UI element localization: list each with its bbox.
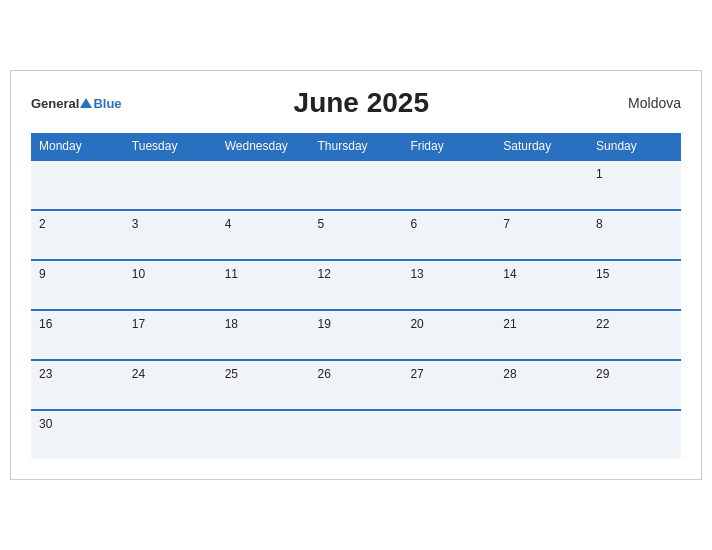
calendar-cell xyxy=(217,410,310,459)
calendar-cell: 11 xyxy=(217,260,310,310)
weekday-sunday: Sunday xyxy=(588,133,681,160)
day-number: 4 xyxy=(225,217,232,231)
calendar-week-row: 1 xyxy=(31,160,681,210)
day-number: 12 xyxy=(318,267,331,281)
calendar-cell xyxy=(310,160,403,210)
calendar-cell xyxy=(124,410,217,459)
calendar-cell: 14 xyxy=(495,260,588,310)
calendar-cell: 22 xyxy=(588,310,681,360)
weekday-header-row: MondayTuesdayWednesdayThursdayFridaySatu… xyxy=(31,133,681,160)
day-number: 17 xyxy=(132,317,145,331)
calendar-cell: 21 xyxy=(495,310,588,360)
day-number: 13 xyxy=(410,267,423,281)
calendar-cell: 24 xyxy=(124,360,217,410)
calendar-week-row: 2345678 xyxy=(31,210,681,260)
calendar-cell xyxy=(124,160,217,210)
logo-general-text: General xyxy=(31,96,79,111)
calendar-cell: 10 xyxy=(124,260,217,310)
day-number: 26 xyxy=(318,367,331,381)
calendar-cell: 17 xyxy=(124,310,217,360)
calendar-week-row: 23242526272829 xyxy=(31,360,681,410)
calendar-cell: 30 xyxy=(31,410,124,459)
calendar-cell: 25 xyxy=(217,360,310,410)
day-number: 11 xyxy=(225,267,238,281)
calendar-week-row: 16171819202122 xyxy=(31,310,681,360)
day-number: 2 xyxy=(39,217,46,231)
calendar-grid: MondayTuesdayWednesdayThursdayFridaySatu… xyxy=(31,133,681,459)
day-number: 15 xyxy=(596,267,609,281)
day-number: 1 xyxy=(596,167,603,181)
calendar-cell: 15 xyxy=(588,260,681,310)
calendar-cell: 18 xyxy=(217,310,310,360)
logo: General Blue xyxy=(31,96,122,111)
calendar-cell: 6 xyxy=(402,210,495,260)
day-number: 3 xyxy=(132,217,139,231)
weekday-monday: Monday xyxy=(31,133,124,160)
day-number: 24 xyxy=(132,367,145,381)
calendar-cell: 20 xyxy=(402,310,495,360)
calendar-title: June 2025 xyxy=(122,87,601,119)
day-number: 21 xyxy=(503,317,516,331)
weekday-saturday: Saturday xyxy=(495,133,588,160)
day-number: 18 xyxy=(225,317,238,331)
weekday-wednesday: Wednesday xyxy=(217,133,310,160)
day-number: 19 xyxy=(318,317,331,331)
day-number: 8 xyxy=(596,217,603,231)
calendar-week-row: 9101112131415 xyxy=(31,260,681,310)
calendar-week-row: 30 xyxy=(31,410,681,459)
calendar-container: General Blue June 2025 Moldova MondayTue… xyxy=(10,70,702,480)
calendar-cell xyxy=(588,410,681,459)
calendar-cell: 2 xyxy=(31,210,124,260)
calendar-cell xyxy=(310,410,403,459)
calendar-cell: 7 xyxy=(495,210,588,260)
calendar-cell: 1 xyxy=(588,160,681,210)
calendar-cell xyxy=(402,160,495,210)
calendar-cell: 28 xyxy=(495,360,588,410)
day-number: 25 xyxy=(225,367,238,381)
day-number: 14 xyxy=(503,267,516,281)
calendar-cell xyxy=(31,160,124,210)
day-number: 27 xyxy=(410,367,423,381)
calendar-cell: 16 xyxy=(31,310,124,360)
day-number: 20 xyxy=(410,317,423,331)
weekday-friday: Friday xyxy=(402,133,495,160)
logo-triangle-icon xyxy=(80,98,92,108)
day-number: 9 xyxy=(39,267,46,281)
day-number: 6 xyxy=(410,217,417,231)
weekday-tuesday: Tuesday xyxy=(124,133,217,160)
calendar-cell xyxy=(402,410,495,459)
calendar-cell: 13 xyxy=(402,260,495,310)
calendar-cell: 12 xyxy=(310,260,403,310)
calendar-cell xyxy=(495,410,588,459)
calendar-cell: 8 xyxy=(588,210,681,260)
calendar-cell: 29 xyxy=(588,360,681,410)
day-number: 22 xyxy=(596,317,609,331)
day-number: 5 xyxy=(318,217,325,231)
calendar-country: Moldova xyxy=(601,95,681,111)
day-number: 10 xyxy=(132,267,145,281)
calendar-cell xyxy=(217,160,310,210)
calendar-header: General Blue June 2025 Moldova xyxy=(31,87,681,119)
weekday-thursday: Thursday xyxy=(310,133,403,160)
calendar-cell: 27 xyxy=(402,360,495,410)
calendar-cell: 19 xyxy=(310,310,403,360)
calendar-cell: 5 xyxy=(310,210,403,260)
day-number: 29 xyxy=(596,367,609,381)
day-number: 16 xyxy=(39,317,52,331)
calendar-cell: 23 xyxy=(31,360,124,410)
calendar-cell: 4 xyxy=(217,210,310,260)
day-number: 7 xyxy=(503,217,510,231)
calendar-cell: 9 xyxy=(31,260,124,310)
calendar-cell xyxy=(495,160,588,210)
day-number: 23 xyxy=(39,367,52,381)
day-number: 30 xyxy=(39,417,52,431)
day-number: 28 xyxy=(503,367,516,381)
calendar-cell: 3 xyxy=(124,210,217,260)
calendar-cell: 26 xyxy=(310,360,403,410)
logo-blue-text: Blue xyxy=(93,96,121,111)
